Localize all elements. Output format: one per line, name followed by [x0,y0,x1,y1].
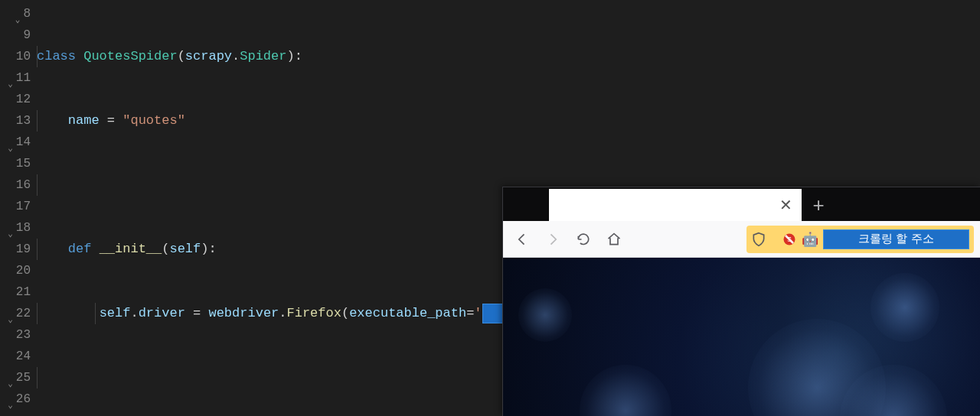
address-bar[interactable]: S 🤖 크롤링 할 주소 [746,226,974,253]
gutter-line: 17 [0,196,31,217]
robot-icon[interactable]: 🤖 [802,231,818,248]
browser-tabbar: ✕ + [503,187,980,221]
gutter-line: 23 [0,324,31,346]
fold-icon[interactable]: ⌄ [4,309,13,318]
string: "quotes" [122,113,185,128]
class-name: Spider [240,49,286,63]
fold-icon[interactable]: ⌄ [4,138,13,147]
gutter-line[interactable]: ⌄18 [0,217,31,239]
browser-toolbar: S 🤖 크롤링 할 주소 [503,221,980,258]
gutter-line: 15 [0,153,31,174]
noscript-icon[interactable]: S [782,232,797,247]
class-name: QuotesSpider [83,49,177,63]
keyword: class [37,49,76,63]
browser-viewport[interactable] [503,258,980,416]
home-icon [606,232,622,247]
fold-icon[interactable]: ⌄ [4,73,13,83]
gutter-line: 21 [0,281,31,303]
function-name: __init__ [100,242,162,256]
gutter-line: 13 [0,110,31,132]
fold-icon[interactable]: ⌄ [4,223,13,232]
gutter-line: 16 [0,174,31,196]
attribute: name [68,113,100,128]
gutter-line[interactable]: ⌄25 [0,367,31,388]
home-button[interactable] [601,226,627,252]
svg-text:S: S [787,236,792,243]
gutter-line: 19 [0,239,31,260]
gutter-line[interactable]: ⌄14 [0,132,31,153]
gutter-line: 24 [0,346,31,367]
back-button[interactable] [509,226,535,252]
gutter-line[interactable]: ⌄11 [0,67,31,89]
gutter-line[interactable]: ⌄22 [0,303,31,324]
gutter-line: 12 [0,89,31,110]
forward-button[interactable] [540,226,566,252]
browser-window: ✕ + S 🤖 크롤링 할 주소 [502,187,980,416]
line-number-gutter: ⌄8 9 10 ⌄11 12 13 ⌄14 15 16 17 ⌄18 19 20… [0,0,37,416]
function-call: Firefox [287,306,341,320]
reload-icon [576,232,591,247]
gutter-line: 20 [0,260,31,281]
gutter-line: 9 [0,24,31,46]
plus-icon: + [812,193,824,217]
new-tab-button[interactable]: + [802,189,835,221]
fold-icon[interactable]: ⌄ [4,395,13,404]
redaction-address: 크롤링 할 주소 [823,229,969,249]
keyword: def [68,242,92,256]
reload-button[interactable] [570,226,596,252]
module: scrapy [185,49,232,63]
gutter-line[interactable]: ⌄26 [0,388,31,410]
self: self [100,306,131,320]
kwarg: executable_path [349,306,466,320]
gutter-line[interactable]: ⌄8 [0,3,31,24]
fold-icon[interactable]: ⌄ [11,9,20,18]
self: self [169,242,201,256]
attribute: driver [139,306,185,320]
forward-icon [545,232,560,247]
gutter-line: 10 [0,46,31,67]
browser-tab[interactable]: ✕ [549,189,802,221]
shield-icon[interactable] [751,232,766,247]
close-icon[interactable]: ✕ [779,196,792,214]
back-icon [514,232,530,247]
fold-icon[interactable]: ⌄ [4,373,13,382]
module: webdriver [208,306,279,320]
